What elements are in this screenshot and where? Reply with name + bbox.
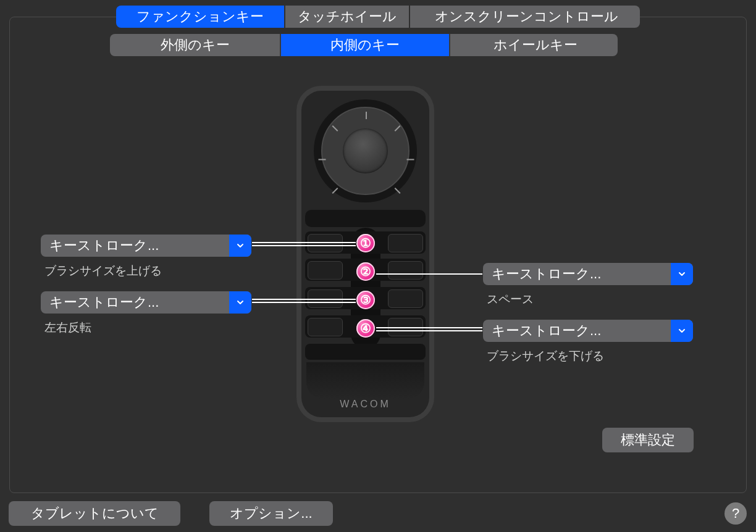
key1-action-label: キーストローク... — [41, 235, 229, 257]
leader-line-3 — [252, 302, 356, 303]
device-illustration: ① ② ③ ④ WACOM — [296, 86, 434, 422]
chevron-down-icon — [229, 235, 251, 257]
wheel-tick — [332, 125, 338, 131]
side-key-left — [308, 261, 343, 280]
key4-action-sub: ブラシサイズを下げる — [487, 348, 604, 364]
key-indicator-1: ① — [356, 234, 375, 252]
key2-action-sub: スペース — [487, 291, 534, 307]
chevron-down-icon — [229, 291, 251, 314]
key2-action-label: キーストローク... — [483, 263, 671, 285]
device-brand-label: WACOM — [301, 399, 429, 410]
wheel-tick — [394, 188, 400, 194]
wheel-tick — [366, 112, 367, 119]
key-indicator-4: ④ — [356, 319, 375, 338]
side-key-right — [388, 289, 423, 308]
device-bottom — [306, 362, 424, 399]
options-button[interactable]: オプション... — [209, 501, 333, 526]
about-tablet-button[interactable]: タブレットについて — [9, 501, 180, 526]
chevron-down-icon — [671, 320, 693, 342]
tab-wheel-key[interactable]: ホイールキー — [450, 34, 618, 56]
help-button[interactable]: ? — [724, 502, 747, 525]
chevron-down-icon — [671, 263, 693, 285]
leader-line-2 — [376, 273, 482, 275]
wheel-tick — [406, 159, 414, 160]
key4-action-dropdown[interactable]: キーストローク... — [483, 320, 693, 342]
side-key-right — [388, 261, 423, 280]
leader-line-1 — [252, 245, 356, 246]
side-key-right — [388, 234, 423, 252]
side-key-left — [308, 234, 343, 252]
key-row — [305, 344, 426, 360]
tab-touch-wheel[interactable]: タッチホイール — [285, 6, 410, 28]
key-indicator-3: ③ — [356, 291, 375, 309]
side-key-left — [308, 318, 343, 336]
touch-wheel-illustration — [314, 99, 417, 202]
wheel-tick — [318, 159, 326, 160]
tab-inner-keys[interactable]: 内側のキー — [281, 34, 450, 56]
leader-line-4 — [376, 330, 482, 331]
key4-action-label: キーストローク... — [483, 320, 671, 342]
tab-outer-keys[interactable]: 外側のキー — [110, 34, 281, 56]
wheel-tick — [332, 188, 338, 194]
tab-function-key[interactable]: ファンクションキー — [116, 6, 285, 28]
tab-onscreen-control[interactable]: オンスクリーンコントロール — [410, 6, 640, 28]
key3-action-label: キーストローク... — [41, 291, 229, 314]
main-tabs: ファンクションキー タッチホイール オンスクリーンコントロール — [116, 6, 640, 28]
default-settings-button[interactable]: 標準設定 — [602, 428, 694, 452]
wheel-tick — [394, 125, 400, 131]
key1-action-sub: ブラシサイズを上げる — [44, 263, 162, 279]
device-tray — [305, 210, 426, 227]
key2-action-dropdown[interactable]: キーストローク... — [483, 263, 693, 285]
key1-action-dropdown[interactable]: キーストローク... — [41, 235, 251, 257]
key-indicator-2: ② — [356, 262, 375, 281]
key3-action-dropdown[interactable]: キーストローク... — [41, 291, 251, 314]
sub-tabs: 外側のキー 内側のキー ホイールキー — [110, 34, 618, 56]
key3-action-sub: 左右反転 — [44, 320, 91, 336]
